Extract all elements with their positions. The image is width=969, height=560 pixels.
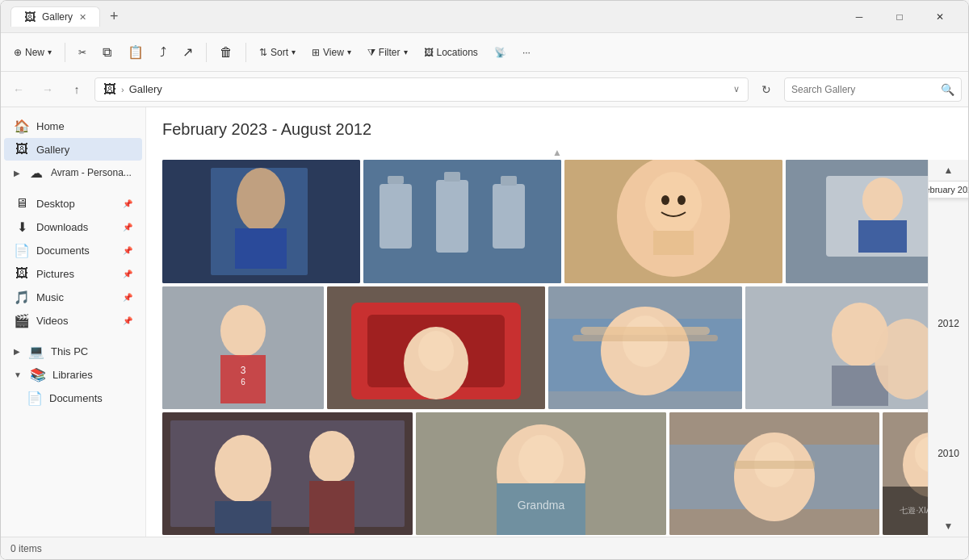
timeline-bubble-feb2023[interactable]: February 2023: [928, 181, 968, 199]
tab-close-button[interactable]: ✕: [79, 12, 86, 23]
photo-cell-1[interactable]: [162, 160, 360, 283]
home-icon: 🏠: [14, 119, 30, 134]
sidebar-item-gallery[interactable]: 🖼 Gallery: [4, 138, 142, 161]
toolbar-separator-2: [206, 43, 207, 62]
svg-rect-37: [573, 335, 718, 341]
cut-icon: ✂: [78, 47, 86, 58]
paste-button[interactable]: 📋: [121, 38, 150, 67]
sidebar-item-home[interactable]: 🏠 Home: [4, 115, 142, 137]
videos-icon: 🎬: [14, 313, 30, 328]
forward-button[interactable]: →: [36, 78, 59, 101]
this-pc-icon: 💻: [28, 344, 44, 359]
svg-text:6: 6: [241, 378, 245, 387]
gallery-scroll[interactable]: 3 6: [146, 160, 928, 537]
photo-cell-10[interactable]: Grandma: [416, 412, 666, 535]
tab-icon: 🖼: [24, 10, 36, 23]
timeline-year-2012[interactable]: 2012: [936, 315, 961, 332]
filter-button[interactable]: ⧩ Filter ▾: [361, 38, 414, 67]
sidebar-label-home: Home: [36, 120, 65, 132]
photo-cell-8[interactable]: [745, 286, 928, 409]
share-button[interactable]: ↗: [176, 38, 199, 67]
minimize-button[interactable]: ─: [841, 4, 878, 30]
new-dropdown-icon: ▾: [48, 48, 52, 56]
svg-point-16: [677, 195, 686, 205]
addressbar: ← → ↑ 🖼 › Gallery ∨ ↻ 🔍: [1, 72, 968, 107]
sort-button[interactable]: ⇅ Sort ▾: [253, 38, 302, 67]
refresh-button[interactable]: ↻: [755, 78, 778, 101]
toolbar-separator-1: [65, 43, 65, 62]
photo-cell-7[interactable]: [548, 286, 742, 409]
photo-cell-6[interactable]: [327, 286, 545, 409]
new-tab-button[interactable]: +: [103, 8, 125, 25]
locations-button[interactable]: 🖼 Locations: [417, 38, 484, 67]
svg-point-50: [518, 435, 564, 487]
expand-icon-this-pc: ▶: [14, 347, 20, 356]
photo-row-1: [162, 160, 912, 283]
toolbar: ⊕ New ▾ ✂ ⧉ 📋 ⤴ ↗ 🗑 ⇅ Sort ▾ ⊞: [1, 33, 968, 72]
sidebar-item-desktop[interactable]: 🖥 Desktop 📌: [4, 192, 142, 215]
active-tab[interactable]: 🖼 Gallery ✕: [10, 6, 100, 27]
photo-cell-2[interactable]: [363, 160, 561, 283]
photo-cell-12[interactable]: 七遊·XIAWA.NET: [883, 412, 928, 535]
desktop-icon: 🖥: [14, 196, 30, 211]
filter-dropdown-icon: ▾: [404, 48, 408, 56]
view-icon: ⊞: [312, 47, 320, 58]
sidebar-item-music[interactable]: 🎵 Music 📌: [4, 286, 142, 308]
tab-label: Gallery: [42, 11, 73, 23]
gallery-content: February 2023 - August 2012 ▲: [146, 107, 968, 537]
pin-icon-pictures: 📌: [123, 270, 132, 278]
back-button[interactable]: ←: [7, 78, 30, 101]
maximize-button[interactable]: □: [881, 4, 918, 30]
new-button[interactable]: ⊕ New ▾: [7, 38, 58, 67]
svg-rect-57: [734, 461, 815, 469]
photo-cell-9[interactable]: [162, 412, 413, 535]
share-icon: ↗: [182, 44, 193, 60]
cut-button[interactable]: ✂: [72, 38, 93, 67]
photo-cell-11[interactable]: [669, 412, 879, 535]
filter-icon: ⧩: [367, 47, 375, 58]
up-button[interactable]: ↑: [65, 78, 88, 101]
watermark-text: 七遊·XIAWA.NET: [900, 505, 928, 516]
delete-button[interactable]: 🗑: [213, 38, 239, 67]
sidebar-item-lib-documents[interactable]: 📄 Documents: [4, 387, 142, 409]
music-icon: 🎵: [14, 290, 30, 305]
search-icon[interactable]: 🔍: [941, 83, 954, 96]
copy-icon: ⧉: [103, 45, 111, 60]
photo-cell-5[interactable]: 3 6: [162, 286, 324, 409]
sidebar-label-documents: Documents: [36, 244, 90, 257]
timeline-up-arrow[interactable]: ▲: [944, 163, 954, 178]
cast-button[interactable]: 📡: [488, 38, 513, 67]
more-button[interactable]: ···: [516, 38, 537, 67]
cast-icon: 📡: [494, 47, 506, 58]
svg-point-31: [418, 331, 454, 371]
window-controls: ─ □ ✕: [841, 4, 959, 30]
gallery-icon: 🖼: [14, 142, 30, 157]
sidebar-item-documents[interactable]: 📄 Documents 📌: [4, 239, 142, 261]
move-button[interactable]: ⤴: [153, 38, 173, 67]
search-input[interactable]: [791, 84, 936, 95]
photo-cell-4[interactable]: [786, 160, 928, 283]
timeline-year-2010[interactable]: 2010: [936, 445, 961, 462]
timeline-down-arrow[interactable]: ▼: [944, 519, 954, 533]
view-button[interactable]: ⊞ View ▾: [305, 38, 358, 67]
scroll-up-indicator[interactable]: ▲: [146, 145, 968, 160]
svg-rect-17: [653, 231, 694, 255]
gallery-area: 3 6: [146, 160, 968, 537]
search-box[interactable]: 🔍: [784, 77, 962, 102]
close-button[interactable]: ✕: [921, 4, 959, 30]
sidebar-item-this-pc[interactable]: ▶ 💻 This PC: [4, 340, 142, 362]
copy-button[interactable]: ⧉: [96, 38, 118, 67]
sidebar-item-avram[interactable]: ▶ ☁ Avram - Persona...: [4, 161, 142, 184]
sidebar-item-pictures[interactable]: 🖼 Pictures 📌: [4, 262, 142, 285]
address-dropdown-icon: ∨: [733, 84, 740, 94]
status-items-count: 0 items: [10, 543, 42, 554]
photo-cell-3[interactable]: [564, 160, 782, 283]
sidebar-item-videos[interactable]: 🎬 Videos 📌: [4, 309, 142, 332]
sidebar-label-videos: Videos: [36, 315, 69, 327]
sidebar-item-downloads[interactable]: ⬇ Downloads 📌: [4, 215, 142, 238]
sidebar-item-libraries[interactable]: ▼ 📚 Libraries: [4, 363, 142, 386]
svg-rect-21: [858, 220, 907, 253]
expand-icon-libraries: ▼: [14, 370, 22, 379]
address-box[interactable]: 🖼 › Gallery ∨: [94, 77, 749, 102]
new-icon: ⊕: [14, 47, 22, 58]
